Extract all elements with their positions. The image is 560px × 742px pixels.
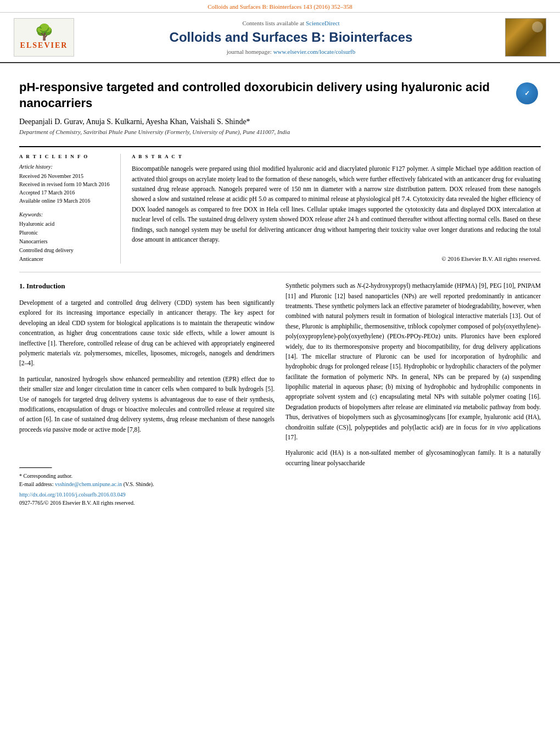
journal-header: 🌳 ELSEVIER Contents lists available at S… (0, 13, 560, 63)
journal-cover-image (505, 18, 546, 57)
journal-homepage-line: journal homepage: www.elsevier.com/locat… (82, 48, 500, 55)
keyword-2: Pluronic (19, 228, 114, 237)
keyword-4: Controlled drug delivery (19, 246, 114, 255)
corresponding-author-note: * Corresponding author. (19, 472, 275, 480)
footnote-divider (19, 467, 52, 468)
elsevier-tree-icon: 🌳 (35, 25, 54, 40)
elsevier-brand-text: ELSEVIER (20, 41, 68, 50)
doi-link[interactable]: http://dx.doi.org/10.1016/j.colsurfb.201… (19, 492, 125, 498)
intro-para-2: In particular, nanosized hydrogels show … (19, 374, 275, 434)
email-label: E-mail address: (19, 481, 53, 487)
keywords-section: Keywords: Hyaluronic acid Pluronic Nanoc… (19, 211, 114, 264)
article-authors: Deepanjali D. Gurav, Anuja S. Kulkarni, … (19, 118, 511, 126)
section-divider (19, 272, 541, 272)
intro-heading: 1. Introduction (19, 281, 275, 292)
contents-available-line: Contents lists available at ScienceDirec… (82, 20, 500, 26)
abstract-heading: A B S T R A C T (132, 154, 541, 159)
col2-para-2: Hyaluronic acid (HA) is a non-sulfated m… (285, 448, 541, 468)
journal-url[interactable]: www.elsevier.com/locate/colsurfb (273, 48, 356, 55)
keywords-label: Keywords: (19, 211, 114, 217)
article-affiliation: Department of Chemistry, Savitribai Phul… (19, 129, 511, 135)
article-title-text: pH-responsive targeted and controlled do… (19, 80, 511, 141)
crossmark-badge: ✓ (516, 82, 541, 104)
article-history: Article history: Received 26 November 20… (19, 164, 114, 205)
accepted-date: Accepted 17 March 2016 (19, 188, 114, 197)
intro-para-1: Development of a targeted and controlled… (19, 298, 275, 369)
email-note: E-mail address: vsshinde@chem.unipune.ac… (19, 480, 275, 488)
corresponding-label: * Corresponding author. (19, 473, 72, 479)
keyword-3: Nanocarriers (19, 237, 114, 246)
article-info-column: A R T I C L E I N F O Article history: R… (19, 154, 121, 264)
sciencedirect-link[interactable]: ScienceDirect (306, 20, 340, 26)
author-email-link[interactable]: vsshinde@chem.unipune.ac.in (55, 481, 122, 487)
body-right-column: Synthetic polymers such as N-(2-hydroxyp… (285, 281, 541, 507)
history-label: Article history: (19, 164, 114, 170)
body-left-column: 1. Introduction Development of a targete… (19, 281, 275, 507)
copyright-line: © 2016 Elsevier B.V. All rights reserved… (132, 251, 541, 262)
article-title-section: pH-responsive targeted and controlled do… (19, 74, 541, 141)
footnote-area: * Corresponding author. E-mail address: … (19, 467, 275, 507)
keyword-5: Anticancer (19, 255, 114, 264)
received-revised-date: Received in revised form 10 March 2016 (19, 180, 114, 188)
article-info-heading: A R T I C L E I N F O (19, 154, 114, 159)
col2-para-1: Synthetic polymers such as N-(2-hydroxyp… (285, 281, 541, 442)
available-date: Available online 19 March 2016 (19, 197, 114, 205)
received-date: Received 26 November 2015 (19, 172, 114, 180)
issn-line: 0927-7765/© 2016 Elsevier B.V. All right… (19, 499, 275, 507)
crossmark-icon[interactable]: ✓ (516, 82, 538, 104)
elsevier-logo-image: 🌳 ELSEVIER (14, 18, 74, 57)
keyword-1: Hyaluronic acid (19, 220, 114, 228)
abstract-column: A B S T R A C T Biocompatible nanogels w… (132, 154, 541, 264)
abstract-text: Biocompatible nanogels were prepared usi… (132, 164, 541, 244)
journal-title: Colloids and Surfaces B: Biointerfaces (82, 30, 500, 45)
journal-citation: Colloids and Surfaces B: Biointerfaces 1… (208, 3, 352, 10)
intro-para-1-text: Development of a targeted and controlled… (19, 299, 275, 366)
journal-center-header: Contents lists available at ScienceDirec… (82, 20, 500, 55)
main-content: pH-responsive targeted and controlled do… (0, 63, 560, 518)
body-columns: 1. Introduction Development of a targete… (19, 281, 541, 507)
journal-citation-bar: Colloids and Surfaces B: Biointerfaces 1… (0, 0, 560, 13)
intro-para-2-text: In particular, nanosized hydrogels show … (19, 376, 275, 433)
email-author-name: (V.S. Shinde). (124, 481, 154, 487)
article-meta-row: A R T I C L E I N F O Article history: R… (19, 146, 541, 264)
contents-label: Contents lists available at (242, 20, 304, 26)
homepage-label: journal homepage: (227, 48, 272, 55)
elsevier-logo: 🌳 ELSEVIER (11, 18, 77, 57)
doi-line: http://dx.doi.org/10.1016/j.colsurfb.201… (19, 490, 275, 499)
journal-thumbnail (505, 18, 549, 57)
article-title: pH-responsive targeted and controlled do… (19, 80, 511, 111)
